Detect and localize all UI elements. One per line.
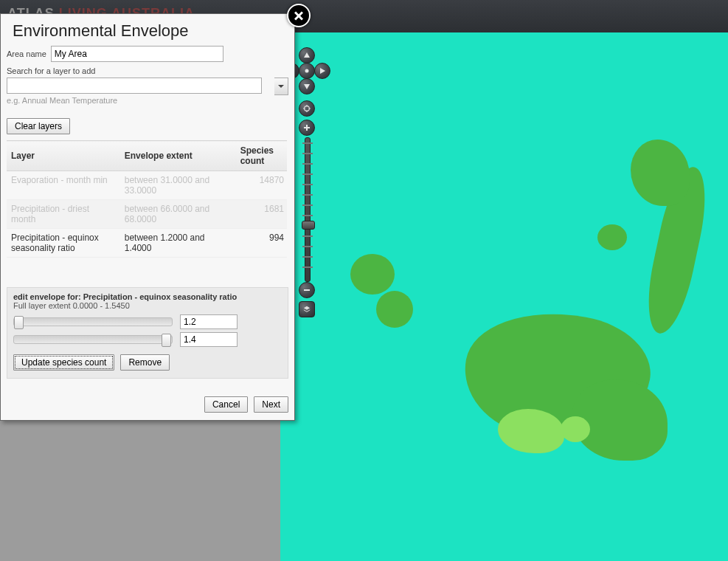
zoom-slider-track[interactable]	[305, 137, 311, 282]
max-slider-track[interactable]	[13, 335, 173, 344]
cell-layer: Evaporation - month min	[7, 171, 120, 200]
col-layer[interactable]: Layer	[7, 141, 120, 171]
zoom-tick	[302, 142, 313, 144]
cell-extent: between 66.0000 and 68.0000	[120, 200, 236, 229]
zoom-in-button[interactable]	[299, 120, 315, 136]
minus-icon	[303, 286, 311, 294]
landmass	[597, 224, 627, 250]
min-value-input[interactable]	[180, 314, 238, 329]
table-row[interactable]: Evaporation - month minbetween 31.0000 a…	[7, 171, 287, 200]
landmass	[376, 291, 413, 328]
map-canvas[interactable]	[280, 32, 728, 561]
layers-button[interactable]	[299, 301, 315, 317]
col-count[interactable]: Species count	[236, 141, 287, 171]
target-icon	[303, 105, 311, 112]
close-button[interactable]	[287, 4, 311, 27]
pan-center-button[interactable]	[299, 63, 315, 79]
cell-layer: Precipitation - equinox seasonality rati…	[7, 229, 120, 258]
zoom-tick	[302, 204, 313, 206]
layer-search-combo[interactable]	[7, 78, 288, 94]
landmass	[561, 416, 590, 442]
zoom-tick	[302, 215, 313, 216]
pan-right-button[interactable]	[314, 63, 330, 79]
pan-up-button[interactable]	[299, 47, 315, 63]
cell-extent: between 1.2000 and 1.4000	[120, 229, 236, 258]
zoom-out-button[interactable]	[299, 282, 315, 298]
layer-search-hint: e.g. Annual Mean Temperature	[1, 94, 294, 112]
cell-count: 14870	[236, 171, 287, 200]
zoom-tick	[302, 184, 313, 185]
zoom-tick	[302, 246, 313, 247]
zoom-tick	[302, 153, 313, 154]
layer-search-input[interactable]	[7, 78, 262, 94]
cell-count: 1681	[236, 200, 287, 229]
reset-extent-button[interactable]	[299, 100, 315, 117]
max-value-input[interactable]	[180, 332, 238, 347]
col-extent[interactable]: Envelope extent	[120, 141, 236, 171]
dialog-footer: Cancel Next	[1, 379, 294, 420]
svg-rect-2	[304, 289, 310, 291]
landmass	[631, 140, 690, 206]
zoom-tick	[302, 235, 313, 237]
table-row[interactable]: Precipitation - equinox seasonality rati…	[7, 229, 287, 258]
cell-count: 994	[236, 229, 287, 258]
min-slider-track[interactable]	[13, 317, 173, 326]
next-button[interactable]: Next	[254, 396, 288, 413]
arrow-right-icon	[319, 67, 326, 75]
area-name-label: Area name	[7, 49, 46, 58]
environmental-envelope-dialog: Environmental Envelope Area name Search …	[0, 13, 295, 421]
plus-icon	[303, 124, 311, 131]
max-slider-handle[interactable]	[162, 334, 171, 347]
cancel-button[interactable]: Cancel	[204, 396, 248, 413]
zoom-tick	[302, 163, 313, 165]
min-slider-handle[interactable]	[14, 316, 24, 329]
remove-layer-button[interactable]: Remove	[120, 354, 170, 371]
landmass	[350, 254, 395, 295]
update-species-count-button[interactable]: Update species count	[13, 354, 114, 371]
cell-extent: between 31.0000 and 33.0000	[120, 171, 236, 200]
layers-table: Layer Envelope extent Species count Evap…	[7, 140, 287, 258]
arrow-down-icon	[303, 83, 311, 90]
edit-envelope-caption: edit envelope for: Precipitation - equin…	[13, 292, 282, 301]
edit-envelope-extent: Full layer extent 0.0000 - 1.5450	[13, 301, 282, 310]
zoom-tick	[302, 173, 313, 175]
pan-down-button[interactable]	[299, 78, 315, 94]
zoom-tick	[302, 266, 313, 268]
svg-point-1	[305, 106, 310, 111]
table-row[interactable]: Precipitation - driest monthbetween 66.0…	[7, 200, 287, 229]
area-name-input[interactable]	[51, 46, 223, 62]
dialog-title: Environmental Envelope	[1, 14, 294, 45]
layers-icon	[303, 306, 311, 313]
clear-layers-button[interactable]: Clear layers	[7, 118, 70, 134]
cell-layer: Precipitation - driest month	[7, 200, 120, 229]
arrow-up-icon	[303, 52, 311, 59]
search-layer-label: Search for a layer to add	[1, 63, 294, 78]
dot-icon	[303, 67, 311, 75]
zoom-slider-handle[interactable]	[302, 221, 315, 230]
edit-envelope-panel: edit envelope for: Precipitation - equin…	[7, 287, 288, 379]
zoom-tick	[302, 256, 313, 258]
svg-point-0	[305, 69, 309, 73]
layer-search-dropdown-button[interactable]	[274, 78, 288, 95]
zoom-tick	[302, 194, 313, 196]
